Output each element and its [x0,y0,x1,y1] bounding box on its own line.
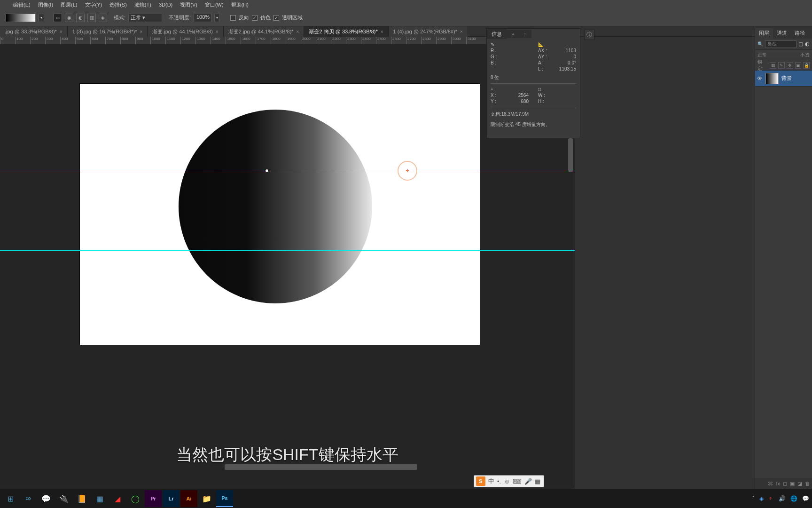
transparency-checkbox[interactable] [273,15,279,21]
filter-pixel-icon[interactable]: ▢ [798,41,803,47]
new-layer-icon[interactable]: ◪ [797,481,802,487]
close-icon[interactable]: × [140,29,142,34]
close-icon[interactable]: × [216,29,219,34]
tab-layers[interactable]: 图层 [755,28,773,39]
close-icon[interactable]: × [460,29,463,34]
info-icon[interactable]: ⓘ [584,30,594,40]
tray-network-icon[interactable]: 🌐 [790,495,797,502]
layer-filter-select[interactable]: 类型 [765,40,796,48]
reflected-gradient-icon[interactable]: ▥ [87,14,96,22]
ime-toolbar[interactable]: S 中 •. ☺ ⌨ 🎤 ▦ [474,475,544,487]
menu-type[interactable]: 文字(Y) [81,1,106,8]
menu-view[interactable]: 视图(V) [176,1,201,8]
filter-toggle-icon[interactable]: ◐ [805,41,810,47]
radial-gradient-icon[interactable]: ◉ [65,14,73,22]
taskbar-premiere[interactable]: Pr [145,490,162,507]
taskbar-photoshop[interactable]: Ps [216,490,233,507]
visibility-icon[interactable]: 👁 [757,75,763,82]
info-tab-label[interactable]: 信息 [487,29,507,39]
gradient-preview[interactable] [6,14,36,22]
taskbar-wechat[interactable]: 💬 [38,490,55,507]
lock-move-icon[interactable]: ✥ [787,62,793,69]
taskbar-app-1[interactable]: ∞ [20,490,37,507]
menu-help[interactable]: 帮助(H) [227,1,252,8]
taskbar-illustrator[interactable]: Ai [180,490,197,507]
tab-doc-0[interactable]: .jpg @ 33.3%(RGB/8) *× [0,26,68,37]
delete-layer-icon[interactable]: 🗑 [805,481,810,486]
tray-cube-icon[interactable]: ◈ [759,495,764,502]
taskbar-sketchup[interactable]: ◢ [109,490,126,507]
horizontal-scrollbar[interactable] [225,464,417,470]
info-r-label: R : [491,48,497,54]
taskbar-start[interactable]: ⊞ [2,490,19,507]
reverse-checkbox[interactable] [230,15,236,21]
lock-pixels-icon[interactable]: ▦ [770,62,776,69]
lock-label: 锁定: [757,59,768,72]
ime-emoji-icon[interactable]: ☺ [504,478,510,485]
menu-3d[interactable]: 3D(D) [155,2,176,8]
taskbar: ⊞ ∞ 💬 🔌 📙 ▦ ◢ ◯ Pr Lr Ai 📁 Ps ˄ ◈ ᯤ 🔊 🌐 … [0,489,812,508]
panel-menu-icon[interactable]: ≡ [519,30,531,38]
layer-thumbnail[interactable] [765,73,779,84]
opacity-dropdown[interactable]: ▾ [214,14,220,22]
layer-name[interactable]: 背景 [781,75,792,82]
vertical-scrollbar[interactable] [568,138,573,172]
tab-doc-4[interactable]: 渐变2 拷贝 @ 33.8%(RGB/8) *× [304,26,388,37]
ime-punct-icon[interactable]: •. [497,478,501,485]
taskbar-app-7[interactable]: ◯ [127,490,144,507]
ime-lang[interactable]: 中 [488,477,494,485]
close-icon[interactable]: × [297,29,299,34]
tray-sound-icon[interactable]: 🔊 [779,495,786,502]
menu-layer[interactable]: 图层(L) [57,1,81,8]
tray-up-icon[interactable]: ˄ [752,495,755,502]
menu-image[interactable]: 图像(I) [34,1,57,8]
layer-row-background[interactable]: 👁 背景 [755,71,812,87]
blend-mode-select[interactable]: 正常 ▾ [128,14,162,22]
horizontal-guide[interactable] [0,250,575,251]
new-group-icon[interactable]: ▣ [790,481,795,487]
layer-fx-icon[interactable]: fx [776,481,780,486]
taskbar-explorer[interactable]: 📁 [198,490,215,507]
document-tabs: .jpg @ 33.3%(RGB/8) *× 1 (3).jpg @ 16.7%… [0,26,812,37]
tray-hot-icon[interactable]: ᯤ [768,495,774,502]
taskbar-app-5[interactable]: ▦ [91,490,108,507]
taskbar-lightroom[interactable]: Lr [163,490,180,507]
ime-mic-icon[interactable]: 🎤 [524,478,532,485]
close-icon[interactable]: × [381,29,383,34]
angle-gradient-icon[interactable]: ◐ [76,14,85,22]
lock-position-icon[interactable]: ✎ [778,62,785,69]
diamond-gradient-icon[interactable]: ◈ [99,14,107,22]
menu-filter[interactable]: 滤镜(T) [131,1,155,8]
ime-logo-icon[interactable]: S [476,476,485,486]
gradient-start-handle[interactable] [265,169,269,173]
artboard [80,84,480,345]
lock-all-icon[interactable]: 🔒 [803,62,810,69]
info-panel: 信息 » ≡ ✎ R : G : B : 📐 ΔX :1103 ΔY :0 A … [486,28,580,138]
tab-doc-5[interactable]: 1 (4).jpg @ 247%(RGB/8#) *× [389,26,468,37]
menu-select[interactable]: 选择(S) [106,1,131,8]
panel-collapse-icon[interactable]: » [507,30,519,38]
ime-grid-icon[interactable]: ▦ [535,478,540,485]
tab-doc-3[interactable]: 渐变2.jpg @ 44.1%(RGB/8) *× [224,26,304,37]
ime-keyboard-icon[interactable]: ⌨ [513,478,522,485]
taskbar-app-3[interactable]: 🔌 [55,490,72,507]
taskbar-app-4[interactable]: 📙 [73,490,90,507]
close-icon[interactable]: × [60,29,62,34]
menu-edit[interactable]: 编辑(E) [9,1,34,8]
layer-blend-select[interactable]: 正常 [757,52,798,58]
opacity-input[interactable]: 100% [194,14,211,22]
dither-checkbox[interactable] [252,15,258,21]
linear-gradient-icon[interactable]: ▭ [54,14,62,22]
tab-paths[interactable]: 路径 [791,28,809,39]
layer-mask-icon[interactable]: ◻ [783,481,787,487]
search-icon[interactable]: 🔍 [757,41,763,47]
menu-window[interactable]: 窗口(W) [201,1,227,8]
tray-notification-icon[interactable]: 💬 [802,495,809,502]
tab-channels[interactable]: 通道 [773,28,791,39]
gradient-dropdown[interactable]: ▾ [39,14,44,22]
tab-doc-1[interactable]: 1 (3).jpg @ 16.7%(RGB/8*) *× [68,26,148,37]
link-layers-icon[interactable]: ⌘ [768,481,773,487]
menu-bar: 编辑(E) 图像(I) 图层(L) 文字(Y) 选择(S) 滤镜(T) 3D(D… [0,0,812,9]
lock-artboard-icon[interactable]: ▣ [795,62,802,69]
tab-doc-2[interactable]: 渐变.jpg @ 44.1%(RGB/8)× [148,26,223,37]
